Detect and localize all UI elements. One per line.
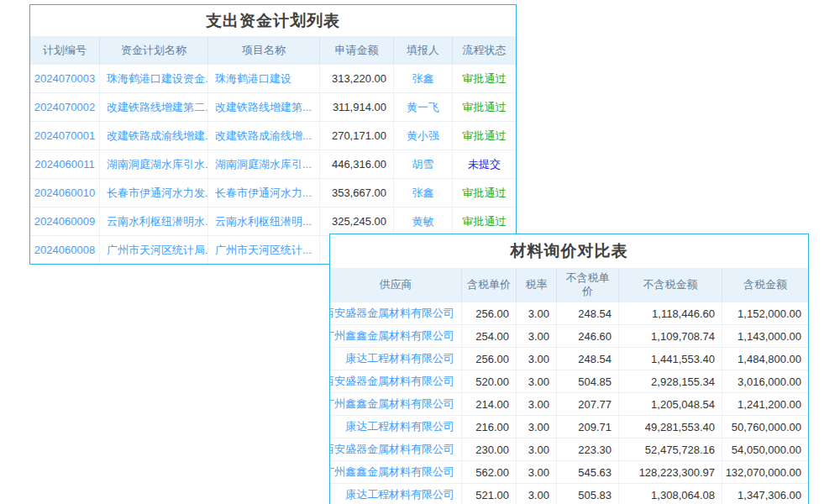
cell-amount-without-tax: 49,281,553.40 bbox=[619, 416, 722, 438]
cell-project-name[interactable]: 湖南洞庭湖水库引... bbox=[208, 150, 320, 178]
cell-supplier[interactable]: 广州鑫鑫金属材料有限公司 bbox=[330, 393, 462, 415]
plan-table-header-row: 计划编号 资金计划名称 项目名称 申请金额 填报人 流程状态 bbox=[30, 36, 516, 64]
cell-plan-id[interactable]: 2024060011 bbox=[30, 150, 100, 178]
cell-amount-without-tax: 2,928,155.34 bbox=[619, 370, 722, 392]
plan-table-title: 支出资金计划列表 bbox=[30, 5, 516, 36]
cell-price-without-tax: 248.54 bbox=[557, 302, 619, 324]
cell-supplier[interactable]: 西安盛器金属材料有限公司 bbox=[330, 438, 462, 460]
table-row: 2024060009 云南水利枢纽潜明水... 云南水利枢纽潜明... 325,… bbox=[30, 207, 516, 235]
cell-amount-without-tax: 1,109,708.74 bbox=[619, 325, 722, 347]
cell-amount: 270,171.00 bbox=[320, 122, 394, 150]
table-row: 康达工程材料有限公司 521.00 3.00 505.83 1,308,064.… bbox=[330, 483, 808, 504]
cell-filler[interactable]: 张鑫 bbox=[394, 179, 453, 207]
cell-plan-id[interactable]: 2024060008 bbox=[30, 236, 100, 264]
cell-amount-with-tax: 1,152,000.00 bbox=[722, 302, 808, 324]
cell-price-without-tax: 504.85 bbox=[557, 370, 619, 392]
cell-price-without-tax: 209.71 bbox=[557, 416, 619, 438]
cell-amount-without-tax: 1,118,446.60 bbox=[619, 302, 722, 324]
cell-supplier[interactable]: 康达工程材料有限公司 bbox=[330, 416, 462, 438]
cell-supplier[interactable]: 西安盛器金属材料有限公司 bbox=[330, 370, 462, 392]
cell-plan-id[interactable]: 2024070003 bbox=[30, 65, 100, 92]
cell-tax-rate: 3.00 bbox=[517, 325, 557, 347]
cell-supplier[interactable]: 康达工程材料有限公司 bbox=[330, 348, 462, 370]
cell-status: 审批通过 bbox=[453, 207, 516, 235]
table-row: 2024060010 长春市伊通河水力发... 长春市伊通河水力... 353,… bbox=[30, 178, 516, 207]
cell-plan-name[interactable]: 珠海鹤港口建设资金... bbox=[100, 65, 208, 92]
cell-supplier[interactable]: 西安盛器金属材料有限公司 bbox=[330, 302, 462, 324]
cell-plan-name[interactable]: 云南水利枢纽潜明水... bbox=[100, 207, 208, 235]
cell-tax-rate: 3.00 bbox=[517, 393, 557, 415]
cell-plan-name[interactable]: 改建铁路成渝线增建... bbox=[100, 122, 208, 150]
table-row: 西安盛器金属材料有限公司 256.00 3.00 248.54 1,118,44… bbox=[330, 302, 808, 324]
table-row: 广州鑫鑫金属材料有限公司 562.00 3.00 545.63 128,223,… bbox=[330, 460, 808, 483]
column-header-status: 流程状态 bbox=[453, 36, 516, 64]
table-row: 康达工程材料有限公司 216.00 3.00 209.71 49,281,553… bbox=[330, 415, 808, 438]
cell-plan-id[interactable]: 2024070002 bbox=[30, 93, 100, 121]
column-header-plan-name: 资金计划名称 bbox=[100, 36, 208, 64]
cell-supplier[interactable]: 广州鑫鑫金属材料有限公司 bbox=[330, 325, 462, 347]
cell-project-name[interactable]: 云南水利枢纽潜明... bbox=[208, 207, 320, 235]
cell-status: 未提交 bbox=[453, 150, 516, 178]
cell-project-name[interactable]: 改建铁路线增建第... bbox=[208, 93, 320, 121]
cell-tax-rate: 3.00 bbox=[517, 416, 557, 438]
cell-filler[interactable]: 黄一飞 bbox=[394, 93, 453, 121]
cell-tax-rate: 3.00 bbox=[517, 484, 557, 504]
cell-price-without-tax: 545.63 bbox=[557, 461, 619, 483]
cell-filler[interactable]: 黄敏 bbox=[394, 207, 453, 235]
cell-status: 审批通过 bbox=[453, 65, 516, 92]
cell-plan-id[interactable]: 2024070001 bbox=[30, 122, 100, 150]
table-row: 西安盛器金属材料有限公司 230.00 3.00 223.30 52,475,7… bbox=[330, 438, 808, 460]
column-header-plan-id: 计划编号 bbox=[30, 36, 100, 64]
cell-amount-with-tax: 1,347,306.00 bbox=[722, 484, 808, 504]
cell-supplier[interactable]: 广州鑫鑫金属材料有限公司 bbox=[330, 461, 462, 483]
cell-project-name[interactable]: 改建铁路成渝线增... bbox=[208, 122, 320, 150]
cell-amount: 353,667.00 bbox=[320, 179, 394, 207]
cell-plan-name[interactable]: 长春市伊通河水力发... bbox=[100, 179, 208, 207]
cell-filler[interactable]: 黄小强 bbox=[394, 122, 453, 150]
cell-supplier[interactable]: 康达工程材料有限公司 bbox=[330, 484, 462, 504]
quote-table-header-row: 供应商 含税单价 税率 不含税单价 不含税金额 含税金额 bbox=[330, 268, 808, 302]
cell-plan-id[interactable]: 2024060009 bbox=[30, 207, 100, 235]
cell-price-with-tax: 521.00 bbox=[462, 484, 517, 504]
cell-amount-with-tax: 54,050,000.00 bbox=[722, 438, 808, 460]
cell-amount-without-tax: 1,205,048.54 bbox=[619, 393, 722, 415]
cell-tax-rate: 3.00 bbox=[517, 461, 557, 483]
cell-project-name[interactable]: 广州市天河区统计... bbox=[208, 236, 320, 264]
cell-price-with-tax: 256.00 bbox=[462, 348, 517, 370]
cell-plan-name[interactable]: 广州市天河区统计局... bbox=[100, 236, 208, 264]
cell-amount-without-tax: 1,308,064.08 bbox=[619, 484, 722, 504]
column-header-price-without-tax: 不含税单价 bbox=[557, 268, 619, 302]
cell-price-with-tax: 520.00 bbox=[462, 370, 517, 392]
cell-amount-without-tax: 128,223,300.97 bbox=[619, 461, 722, 483]
cell-price-with-tax: 216.00 bbox=[462, 416, 517, 438]
cell-plan-name[interactable]: 改建铁路线增建第二... bbox=[100, 93, 208, 121]
column-header-amount-without-tax: 不含税金额 bbox=[619, 268, 722, 302]
cell-tax-rate: 3.00 bbox=[517, 370, 557, 392]
plan-table-panel: 支出资金计划列表 计划编号 资金计划名称 项目名称 申请金额 填报人 流程状态 … bbox=[29, 4, 517, 265]
cell-tax-rate: 3.00 bbox=[517, 302, 557, 324]
table-row: 2024070001 改建铁路成渝线增建... 改建铁路成渝线增... 270,… bbox=[30, 121, 516, 150]
cell-filler[interactable]: 张鑫 bbox=[394, 65, 453, 92]
cell-amount-without-tax: 1,441,553.40 bbox=[619, 348, 722, 370]
cell-filler[interactable]: 胡雪 bbox=[394, 150, 453, 178]
column-header-supplier: 供应商 bbox=[330, 268, 462, 302]
cell-price-with-tax: 256.00 bbox=[462, 302, 517, 324]
column-header-amount-with-tax: 含税金额 bbox=[722, 268, 808, 302]
cell-project-name[interactable]: 长春市伊通河水力... bbox=[208, 179, 320, 207]
cell-status: 审批通过 bbox=[453, 93, 516, 121]
cell-amount: 325,245.00 bbox=[320, 207, 394, 235]
cell-plan-id[interactable]: 2024060010 bbox=[30, 179, 100, 207]
cell-tax-rate: 3.00 bbox=[517, 348, 557, 370]
cell-amount-without-tax: 52,475,728.16 bbox=[619, 438, 722, 460]
cell-project-name[interactable]: 珠海鹤港口建设 bbox=[208, 65, 320, 92]
quote-table-title: 材料询价对比表 bbox=[330, 234, 808, 268]
cell-plan-name[interactable]: 湖南洞庭湖水库引水... bbox=[100, 150, 208, 178]
table-row: 2024070003 珠海鹤港口建设资金... 珠海鹤港口建设 313,220.… bbox=[30, 64, 516, 92]
page-background: { "colors": { "panel_border": "#2fb3e8",… bbox=[0, 0, 840, 504]
cell-amount-with-tax: 1,241,200.00 bbox=[722, 393, 808, 415]
cell-amount: 446,316.00 bbox=[320, 150, 394, 178]
cell-price-without-tax: 246.60 bbox=[557, 325, 619, 347]
cell-status: 审批通过 bbox=[453, 122, 516, 150]
cell-price-without-tax: 505.83 bbox=[557, 484, 619, 504]
table-row: 2024070002 改建铁路线增建第二... 改建铁路线增建第... 311,… bbox=[30, 92, 516, 121]
